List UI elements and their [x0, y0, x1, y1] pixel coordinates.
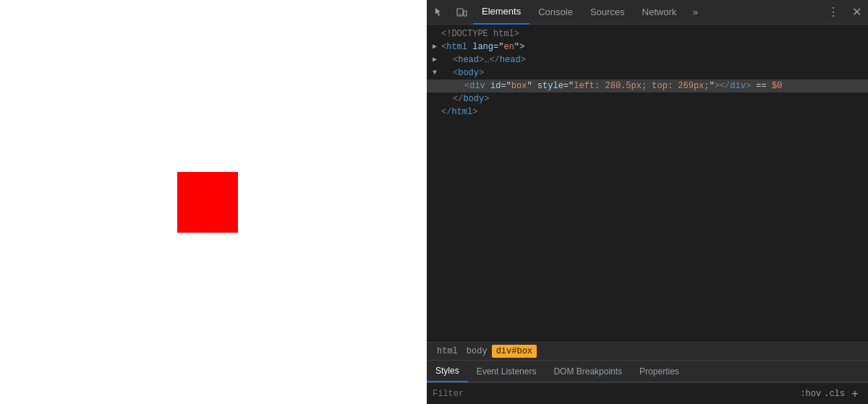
head-arrow[interactable]: ▶: [433, 53, 441, 66]
bottom-tabs: Styles Event Listeners DOM Breakpoints P…: [427, 361, 868, 382]
body-open-line: ▼ <body>: [427, 66, 868, 79]
red-box: [177, 172, 238, 233]
tab-network[interactable]: Network: [634, 0, 686, 25]
breadcrumb-bar: html body div#box: [427, 342, 868, 361]
bottom-tab-dom-breakpoints[interactable]: DOM Breakpoints: [545, 361, 631, 382]
devtools-tabs: Elements Console Sources Network »: [473, 0, 705, 25]
bottom-tab-styles[interactable]: Styles: [427, 361, 468, 382]
bottom-tab-properties[interactable]: Properties: [631, 361, 688, 382]
cls-button[interactable]: .cls: [824, 389, 845, 399]
doctype-arrow[interactable]: [433, 27, 441, 40]
filter-bar: :hov .cls +: [427, 382, 868, 404]
html-close-line: </html>: [427, 106, 868, 119]
breadcrumb-div-box[interactable]: div#box: [492, 345, 537, 358]
div-box-line[interactable]: <div id="box" style="left: 280.5px; top:…: [427, 79, 868, 93]
html-close-arrow: [433, 106, 441, 119]
breadcrumb-html[interactable]: html: [433, 345, 462, 358]
div-box-arrow: [433, 79, 441, 93]
head-line: ▶ <head>…</head>: [427, 53, 868, 66]
breadcrumb-body[interactable]: body: [462, 345, 492, 358]
devtools-close-button[interactable]: ✕: [845, 0, 868, 25]
add-style-rule-button[interactable]: +: [848, 387, 862, 401]
hov-button[interactable]: :hov: [800, 389, 821, 399]
devtools-panel: Elements Console Sources Network » ⋮ ✕: [427, 0, 868, 404]
page-area: [0, 0, 427, 404]
tab-console[interactable]: Console: [529, 0, 582, 25]
body-close-line: </body>: [427, 93, 868, 106]
devtools-toolbar: Elements Console Sources Network » ⋮ ✕: [427, 0, 868, 25]
code-area[interactable]: <!DOCTYPE html> ▶ <html lang="en"> ▶ <he…: [427, 25, 868, 342]
html-arrow[interactable]: ▶: [433, 40, 441, 53]
elements-panel: <!DOCTYPE html> ▶ <html lang="en"> ▶ <he…: [427, 25, 868, 404]
devtools-menu-button[interactable]: ⋮: [822, 0, 845, 25]
toggle-device-icon[interactable]: [450, 0, 473, 25]
tab-elements[interactable]: Elements: [473, 0, 529, 25]
tab-sources[interactable]: Sources: [582, 0, 634, 25]
filter-input[interactable]: [433, 389, 800, 399]
bottom-tab-event-listeners[interactable]: Event Listeners: [468, 361, 545, 382]
inspect-element-icon[interactable]: [427, 0, 450, 25]
html-open-line: ▶ <html lang="en">: [427, 40, 868, 53]
svg-rect-1: [464, 11, 467, 16]
more-tabs-button[interactable]: »: [685, 0, 705, 25]
body-arrow[interactable]: ▼: [433, 66, 441, 79]
doctype-line: <!DOCTYPE html>: [427, 27, 868, 40]
body-close-arrow: [433, 93, 441, 106]
